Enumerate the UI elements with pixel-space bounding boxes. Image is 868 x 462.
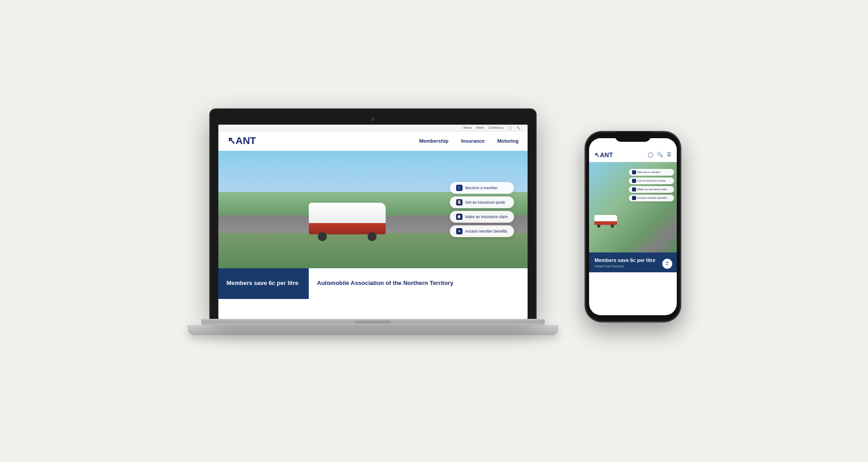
phone-benefits-icon [632, 196, 636, 200]
nav-membership[interactable]: Membership [419, 138, 448, 144]
topbar-about[interactable]: About [463, 126, 472, 129]
phone-savings-text: Members save 6c per litre [594, 257, 671, 263]
member-icon: 👤 [456, 185, 462, 191]
phone-van-wheel-rear [611, 224, 614, 228]
phone-become-member-label: Become a member [637, 171, 660, 173]
website-nav: ↖ANT Membership Insurance Motoring [218, 131, 528, 151]
scene: About News Contact us ◯ 🔍 ↖ANT Membershi… [188, 109, 680, 353]
hero-actions: 👤 Become a member 📜 Get an insurance quo… [450, 182, 514, 237]
insurance-quote-button[interactable]: 📜 Get an insurance quote [450, 196, 514, 208]
phone-hero: Become a member Get an insurance quote M… [589, 162, 677, 252]
org-name-text: Automobile Association of the Northern T… [317, 280, 453, 287]
phone-nav-icons: ◯ 🔍 ☰ [648, 152, 671, 158]
phone-become-member-button[interactable]: Become a member [629, 169, 674, 176]
phone-insurance-claim-label: Make an insurance claim [637, 188, 667, 191]
member-benefits-button[interactable]: ★ Access member benefits [450, 225, 514, 237]
insurance-claim-label: Make an insurance claim [465, 215, 508, 219]
phone-menu-icon[interactable]: ☰ [667, 152, 671, 158]
phone-insurance-claim-button[interactable]: Make an insurance claim [629, 186, 674, 193]
phone-member-icon [632, 170, 636, 174]
member-benefits-label: Access member benefits [465, 229, 507, 233]
van-wheel-front [318, 232, 327, 241]
phone-screen: ↖ANT ◯ 🔍 ☰ [589, 138, 677, 315]
topbar-news[interactable]: News [476, 126, 484, 129]
phone-insurance-quote-label: Get an insurance quote [637, 179, 665, 182]
nav-motoring[interactable]: Motoring [497, 138, 519, 144]
insurance-icon: 📜 [456, 199, 462, 205]
insurance-claim-button[interactable]: 📋 Make an insurance claim [450, 211, 514, 223]
phone-hero-actions: Become a member Get an insurance quote M… [629, 169, 674, 201]
logo[interactable]: ↖ANT [227, 135, 256, 147]
phone-insurance-icon [632, 179, 636, 183]
phone-body: ↖ANT ◯ 🔍 ☰ [585, 132, 680, 322]
laptop-device: About News Contact us ◯ 🔍 ↖ANT Membershi… [188, 109, 558, 335]
become-member-label: Become a member [465, 186, 498, 190]
phone-search-icon[interactable]: 🔍 [657, 152, 663, 158]
phone-member-benefits-button[interactable]: Access member benefits [629, 195, 674, 201]
topbar-contact[interactable]: Contact us [489, 126, 504, 129]
topbar-account-icon[interactable]: ◯ [508, 126, 512, 130]
laptop-base [188, 325, 558, 335]
phone-van-wheel-front [597, 224, 600, 228]
nav-insurance[interactable]: Insurance [461, 138, 485, 144]
laptop-camera [371, 117, 375, 121]
laptop-bezel: About News Contact us ◯ 🔍 ↖ANT Membershi… [210, 109, 536, 319]
phone-device: ↖ANT ◯ 🔍 ☰ [585, 132, 680, 322]
website-topbar: About News Contact us ◯ 🔍 [218, 125, 528, 131]
insurance-quote-label: Get an insurance quote [465, 200, 505, 205]
phone-logo-badge: AANT [662, 259, 672, 269]
phone-logo-text: ↖ANT [594, 151, 613, 159]
phone-insurance-quote-button[interactable]: Get an insurance quote [629, 177, 674, 184]
phone-subtitle: United Fuel Discount [594, 265, 671, 268]
laptop-screen: About News Contact us ◯ 🔍 ↖ANT Membershi… [218, 125, 528, 319]
laptop-hinge [201, 319, 545, 325]
claim-icon: 📋 [456, 214, 462, 220]
become-member-button[interactable]: 👤 Become a member [450, 182, 514, 194]
bottom-blue-section: Members save 6c per litre [218, 268, 309, 299]
website-bottom: Members save 6c per litre Automobile Ass… [218, 268, 528, 299]
topbar-search-icon[interactable]: 🔍 [516, 126, 520, 130]
phone-logo[interactable]: ↖ANT [594, 151, 613, 159]
phone-bottom-section: Members save 6c per litre United Fuel Di… [589, 252, 677, 272]
hero-van [309, 201, 390, 241]
nav-links: Membership Insurance Motoring [419, 138, 519, 144]
van-wheel-rear [368, 232, 377, 241]
phone-member-benefits-label: Access member benefits [637, 196, 667, 199]
phone-claim-icon [632, 187, 636, 191]
logo-text: ↖ANT [227, 135, 256, 147]
phone-badge-text: AANT [666, 261, 669, 266]
phone-notch [615, 132, 651, 142]
phone-hero-van [594, 213, 619, 228]
phone-account-icon[interactable]: ◯ [648, 152, 653, 158]
benefits-icon: ★ [456, 228, 462, 234]
website-hero: 👤 Become a member 📜 Get an insurance quo… [218, 151, 528, 268]
fuel-savings-text: Members save 6c per litre [226, 280, 298, 287]
bottom-white-section: Automobile Association of the Northern T… [309, 268, 528, 299]
